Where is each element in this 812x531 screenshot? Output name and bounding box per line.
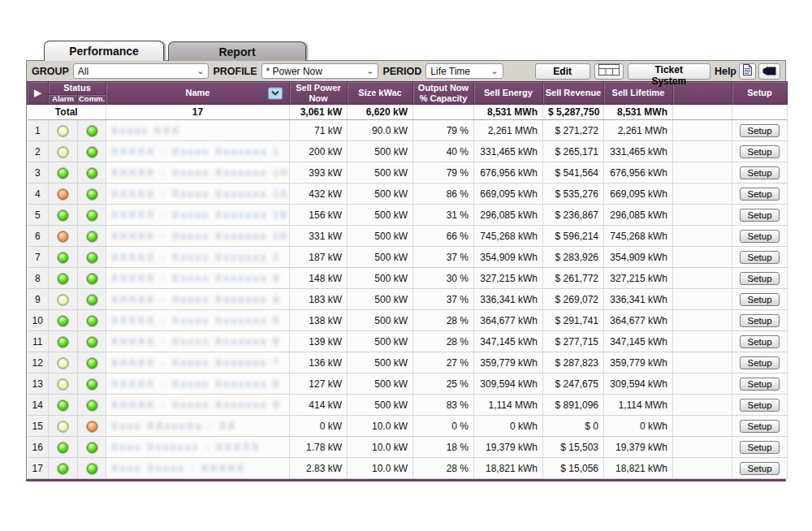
blank-cell (673, 247, 732, 268)
site-name-cell[interactable]: XXXXX - Xxxxx Xxxxxxx 8 (106, 373, 290, 395)
help-video-button[interactable] (758, 63, 780, 80)
row-number: 6 (28, 226, 49, 247)
site-name-cell[interactable]: Xxxxx XXX (106, 120, 290, 141)
sell-energy-cell: 347,145 kWh (474, 331, 543, 352)
sell-lifetime-cell: 359,779 kWh (604, 352, 673, 373)
row-number: 5 (28, 205, 49, 226)
table-row: 17 Xxxx Xxxxx - XXXXX 2.83 kW 10.0 kW 28… (28, 458, 788, 479)
sell-power-cell: 138 kW (290, 310, 348, 331)
row-number: 13 (28, 373, 49, 395)
comm-status-light (87, 253, 97, 263)
setup-button[interactable]: Setup (740, 314, 779, 327)
site-name-cell[interactable]: Xxxx XXxxxXx - XX (106, 416, 290, 437)
site-name-cell[interactable]: Xxxx Xxxxx - XXXXX (106, 458, 290, 479)
alarm-status-light (58, 337, 68, 348)
tab-performance[interactable]: Performance (44, 41, 164, 61)
edit-button[interactable]: Edit (535, 63, 590, 80)
setup-button[interactable]: Setup (740, 145, 779, 158)
table-row: 6 XXXXX - Xxxxx Xxxxxxx 18 331 kW 500 kW… (28, 226, 788, 247)
site-name-cell[interactable]: XXXXX - Xxxxx Xxxxxxx 2 (106, 247, 290, 268)
row-number: 12 (28, 352, 49, 373)
period-label: PERIOD (382, 66, 421, 77)
output-cell: 66 % (413, 226, 474, 247)
status-header: Status (49, 82, 106, 95)
group-select[interactable]: All ⌄ (73, 63, 209, 79)
setup-button[interactable]: Setup (740, 166, 779, 179)
setup-button[interactable]: Setup (740, 378, 779, 391)
setup-cell: Setup (732, 331, 788, 352)
period-select[interactable]: Life Time ⌄ (425, 63, 503, 79)
sell-lifetime-cell: 1,114 MWh (604, 395, 673, 416)
site-name-blurred: XXXXX - Xxxxx Xxxxxxx 18 (111, 231, 289, 242)
sell-revenue-cell: $ 236,867 (543, 205, 604, 226)
site-name-cell[interactable]: XXXXX - Xxxxx Xxxxxxx 10 (106, 162, 290, 183)
video-camera-icon (762, 64, 776, 79)
size-cell: 500 kW (348, 395, 413, 416)
alarm-status-cell (49, 120, 78, 141)
sell-lifetime-cell: 669,095 kWh (604, 183, 673, 205)
setup-button[interactable]: Setup (740, 230, 779, 243)
sell-power-cell: 183 kW (290, 289, 348, 310)
sell-revenue-cell: $ 261,772 (543, 268, 604, 289)
site-name-cell[interactable]: XXXXX - Xxxxx Xxxxxxx 4 (106, 289, 290, 310)
site-name-cell[interactable]: XXXXX - Xxxxx Xxxxxxx 1 (106, 141, 290, 162)
row-number: 11 (28, 331, 49, 352)
site-name-cell[interactable]: Xxxx Xxxxxxx - XXXXX (106, 437, 290, 458)
setup-button[interactable]: Setup (740, 420, 779, 433)
site-name-cell[interactable]: XXXXX - Xxxxx Xxxxxxx 3 (106, 268, 290, 289)
setup-button[interactable]: Setup (740, 188, 779, 201)
alarm-status-light (58, 421, 68, 432)
sell-energy-cell: 354,909 kWh (474, 247, 543, 268)
sell-power-cell: 2.83 kW (290, 458, 348, 479)
alarm-status-light (58, 442, 68, 453)
site-name-cell[interactable]: XXXXX - Xxxxx Xxxxxxx 18 (106, 226, 290, 247)
size-cell: 500 kW (348, 226, 413, 247)
alarm-status-light (58, 379, 68, 390)
setup-button[interactable]: Setup (740, 293, 779, 306)
name-sort-button[interactable] (268, 87, 283, 99)
setup-button[interactable]: Setup (740, 356, 779, 369)
tab-report[interactable]: Report (168, 41, 306, 61)
total-row: Total 17 3,061 kW 6,620 kW 8,531 MWh $ 5… (28, 105, 788, 120)
site-name-cell[interactable]: XXXXX - Xxxxx Xxxxxxx 15 (106, 183, 290, 205)
total-sell-power: 3,061 kW (290, 105, 348, 120)
site-name-cell[interactable]: XXXXX - Xxxxx Xxxxxxx 9 (106, 395, 290, 416)
setup-button[interactable]: Setup (740, 272, 779, 285)
row-number: 15 (28, 416, 49, 437)
comm-status-cell (78, 268, 106, 289)
comm-status-cell (78, 331, 106, 352)
comm-status-light (87, 189, 97, 200)
profile-select[interactable]: * Power Now ⌄ (261, 63, 379, 79)
setup-button[interactable]: Setup (740, 462, 779, 475)
sell-lifetime-cell: 676,956 kWh (604, 162, 673, 183)
site-name-cell[interactable]: XXXXX - Xxxxx Xxxxxxx 16 (106, 205, 290, 226)
setup-button[interactable]: Setup (740, 335, 779, 348)
ticket-system-button[interactable]: Ticket System (628, 63, 710, 80)
setup-button[interactable]: Setup (740, 124, 779, 137)
site-name-cell[interactable]: XXXXX - Xxxxx Xxxxxxx 7 (106, 352, 290, 373)
setup-button[interactable]: Setup (740, 251, 779, 264)
help-doc-button[interactable] (739, 63, 756, 80)
sell-revenue-header: Sell Revenue (543, 82, 604, 105)
site-name-blurred: XXXXX - Xxxxx Xxxxxxx 4 (111, 294, 281, 305)
output-cell: 37 % (413, 289, 474, 310)
site-name-cell[interactable]: XXXXX - Xxxxx Xxxxxxx 6 (106, 331, 290, 352)
grid-view-button[interactable] (594, 63, 624, 80)
sell-power-cell: 1.78 kW (290, 437, 348, 458)
row-number: 10 (28, 310, 49, 331)
table-row: 9 XXXXX - Xxxxx Xxxxxxx 4 183 kW 500 kW … (28, 289, 788, 310)
help-area: Help (715, 63, 780, 80)
comm-status-cell (78, 141, 106, 162)
total-blank-cell (673, 105, 732, 120)
sell-revenue-cell: $ 247,675 (543, 373, 604, 395)
setup-cell: Setup (732, 183, 788, 205)
setup-button[interactable]: Setup (740, 209, 779, 222)
setup-button[interactable]: Setup (740, 399, 779, 412)
setup-button[interactable]: Setup (740, 441, 779, 454)
site-name-cell[interactable]: XXXXX - Xxxxx Xxxxxxx 5 (106, 310, 290, 331)
sell-lifetime-cell: 19,379 kWh (604, 437, 673, 458)
sell-revenue-cell: $ 891,096 (543, 395, 604, 416)
comm-status-light (87, 316, 97, 326)
sell-revenue-cell: $ 287,823 (543, 352, 604, 373)
sell-revenue-cell: $ 596,214 (543, 226, 604, 247)
